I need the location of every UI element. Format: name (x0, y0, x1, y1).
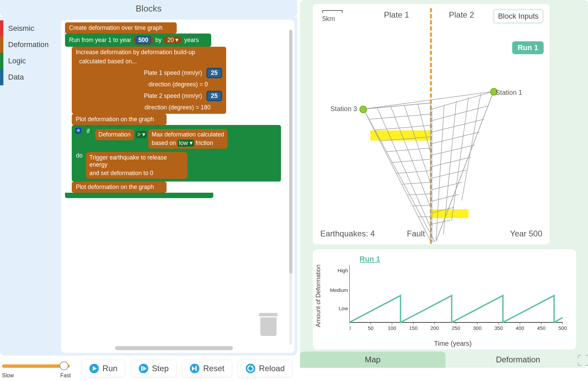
svg-text:250: 250 (452, 325, 460, 331)
blockly-workspace[interactable]: Create deformation over time graph Run f… (61, 20, 295, 353)
button-label: Reset (203, 364, 224, 373)
block-text: years (184, 37, 199, 43)
operator-select[interactable]: > ▾ (136, 131, 147, 138)
chart-svg: 050100150200250300350400450500 (349, 265, 573, 343)
category-label: Data (8, 73, 24, 82)
button-label: Reload (259, 364, 285, 373)
svg-text:200: 200 (430, 325, 439, 331)
chart-ylabel: Amount of Deformation (315, 264, 322, 327)
svg-text:100: 100 (388, 325, 396, 331)
station3-marker[interactable] (360, 106, 367, 113)
svg-rect-3 (141, 366, 143, 371)
category-color-bar (0, 69, 3, 85)
block-text: Run from year 1 to year (69, 37, 131, 43)
block-increase-deformation[interactable]: Increase deformation by deformation buil… (72, 47, 226, 114)
workspace-scrollbar-v[interactable] (289, 30, 292, 274)
button-label: Run (103, 364, 117, 373)
earthquakes-readout: Earthquakes: 4 (320, 229, 375, 238)
blocks-panel: Blocks Seismic Deformation Logic Data Cr (0, 0, 297, 381)
category-label: Seismic (8, 24, 34, 33)
block-run-loop[interactable]: Run from year 1 to year 500 by 20 ▾ year… (65, 34, 211, 47)
max-deformation-block[interactable]: Max deformation calculated based on low … (148, 129, 227, 149)
svg-line-15 (375, 125, 431, 130)
reload-icon (245, 363, 256, 374)
category-color-bar (0, 37, 3, 53)
svg-rect-11 (431, 209, 469, 218)
friction-select[interactable]: low ▾ (178, 140, 194, 147)
tab-map[interactable]: Map (300, 352, 445, 368)
plate2-speed-value[interactable]: 25 (206, 91, 222, 101)
svg-line-35 (432, 157, 471, 167)
svg-marker-12 (364, 103, 435, 241)
block-plot-deformation-1[interactable]: Plot deformation on the graph (72, 114, 167, 125)
deformation-var[interactable]: Deformation (95, 129, 134, 140)
svg-line-26 (391, 106, 431, 207)
view-tabs: Map Deformation (300, 352, 588, 368)
gear-icon[interactable]: ✲ (75, 128, 81, 134)
svg-text:500: 500 (558, 325, 567, 331)
simulation-panel: 5km Plate 1 Plate 2 Block Inputs Run 1 (300, 0, 588, 368)
step-button[interactable]: Step (131, 360, 176, 377)
workspace-scrollbar-h[interactable] (115, 346, 233, 350)
block-plot-deformation-2[interactable]: Plot deformation on the graph (72, 182, 167, 193)
category-data[interactable]: Data (0, 69, 61, 85)
ytick-medium: Medium (329, 287, 348, 293)
plate1-direction: direction (degrees) = 0 (76, 78, 222, 88)
ytick-high: High (329, 268, 348, 273)
comparison-operator[interactable]: Deformation > ▾ Max deformation calculat… (93, 128, 230, 150)
svg-line-18 (391, 159, 431, 163)
block-text: friction (196, 140, 213, 146)
reset-button[interactable]: Reset (182, 360, 232, 377)
reload-button[interactable]: Reload (238, 360, 292, 377)
svg-rect-6 (195, 366, 197, 371)
trash-icon[interactable] (259, 315, 278, 339)
block-stack[interactable]: Create deformation over time graph Run f… (65, 22, 281, 198)
block-text: Trigger earthquake to release energy (89, 154, 184, 168)
play-icon (89, 363, 99, 374)
station1-label: Station 1 (496, 89, 522, 97)
svg-line-25 (377, 108, 431, 228)
category-logic[interactable]: Logic (0, 53, 61, 69)
toolbar: Slow Fast Run Step Reset Reload (0, 356, 297, 381)
run-end-value[interactable]: 500 (136, 36, 151, 44)
block-text: calculated based on... (76, 56, 222, 65)
plate2-direction: direction (degrees) = 180 (76, 101, 222, 112)
plate1-speed-value[interactable]: 25 (206, 68, 222, 78)
run-step-select[interactable]: 20 ▾ (166, 37, 180, 44)
block-text: based on (152, 140, 176, 146)
svg-line-30 (432, 91, 494, 109)
do-label: do (75, 152, 83, 159)
svg-line-40 (432, 220, 450, 224)
slow-label: Slow (2, 373, 14, 379)
if-label: if (87, 128, 90, 135)
category-deformation[interactable]: Deformation (0, 37, 61, 53)
svg-line-21 (408, 194, 431, 195)
svg-text:0: 0 (349, 325, 351, 331)
block-text: Max deformation calculated (152, 131, 224, 138)
block-create-graph[interactable]: Create deformation over time graph (65, 22, 177, 34)
loop-end-cap (65, 193, 213, 198)
tab-deformation[interactable]: Deformation (445, 352, 588, 368)
svg-line-13 (364, 103, 431, 109)
map-canvas: 5km Plate 1 Plate 2 Block Inputs Run 1 (313, 4, 550, 245)
fullscreen-icon[interactable] (578, 355, 588, 366)
button-label: Step (152, 364, 169, 373)
svg-point-8 (246, 364, 255, 373)
slider-knob[interactable] (60, 361, 68, 370)
block-if[interactable]: ✲ if Deformation > ▾ Max deformation cal… (72, 125, 281, 182)
block-trigger-earthquake[interactable]: Trigger earthquake to release energy and… (86, 152, 188, 179)
plate1-speed-label: Plate 1 speed (mm/yr) (144, 69, 202, 76)
svg-line-20 (402, 182, 431, 184)
category-color-bar (0, 20, 3, 37)
category-label: Deformation (8, 40, 49, 49)
speed-slider[interactable]: Slow Fast (2, 358, 76, 379)
category-seismic[interactable]: Seismic (0, 20, 61, 37)
svg-text:300: 300 (473, 325, 481, 331)
block-text: Increase deformation by deformation buil… (76, 49, 222, 56)
block-text: Plot deformation on the graph (76, 116, 154, 123)
svg-line-47 (436, 91, 494, 241)
chart-legend-run1[interactable]: Run 1 (360, 255, 380, 263)
run-button[interactable]: Run (81, 360, 125, 377)
svg-line-42 (436, 105, 444, 241)
deformation-chart: Run 1 Amount of Deformation Time (years)… (313, 249, 576, 350)
